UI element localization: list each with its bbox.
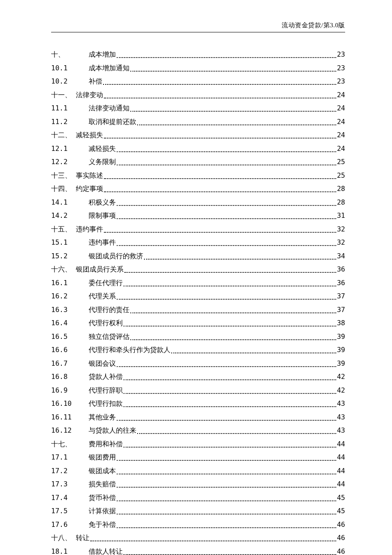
toc-number: 12.1 — [51, 144, 89, 154]
toc-title: 银团成员行的救济 — [89, 251, 143, 261]
toc-title-wrap: 其他业务43 — [89, 412, 345, 422]
toc-title-wrap: 独立信贷评估39 — [89, 332, 345, 342]
toc-leader-dots — [130, 103, 336, 112]
toc-row: 16.7银团会议39 — [51, 358, 345, 369]
toc-title-wrap: 减轻损失24 — [89, 144, 345, 154]
toc-title: 银团费用 — [89, 452, 116, 462]
toc-number: 16.11 — [51, 412, 89, 422]
toc-number: 15.1 — [51, 237, 89, 248]
toc-page-number: 38 — [337, 318, 345, 328]
toc-row: 十七、费用和补偿44 — [51, 439, 345, 449]
toc-leader-dots — [117, 197, 336, 206]
toc-title: 代理行辞职 — [89, 385, 123, 396]
toc-title: 银团成员行关系 — [76, 264, 124, 275]
toc-title-wrap: 银团费用44 — [89, 452, 345, 462]
toc-leader-dots — [124, 264, 336, 273]
toc-number: 17.3 — [51, 479, 89, 489]
toc-page-number: 46 — [337, 533, 345, 543]
toc-number: 16.10 — [51, 399, 89, 409]
toc-leader-dots — [117, 211, 336, 219]
toc-leader-dots — [104, 224, 336, 233]
toc-page-number: 37 — [337, 305, 345, 315]
toc-number: 16.9 — [51, 385, 89, 396]
toc-title-wrap: 约定事项28 — [76, 184, 345, 194]
toc-title-wrap: 银团成员行关系36 — [76, 264, 345, 275]
toc-number: 16.8 — [51, 372, 89, 382]
toc-leader-dots — [104, 90, 336, 98]
toc-page-number: 23 — [337, 63, 345, 73]
toc-title: 独立信贷评估 — [89, 332, 130, 342]
toc-leader-dots — [117, 520, 336, 528]
toc-row: 十八、转让46 — [51, 533, 345, 543]
toc-number: 十四、 — [51, 184, 76, 194]
toc-leader-dots — [137, 425, 336, 434]
toc-leader-dots — [144, 251, 336, 260]
toc-row: 18.1借款人转让46 — [51, 546, 345, 555]
toc-number: 十八、 — [51, 533, 76, 543]
document-page: 流动资金贷款/第3.0版 十、成本增加2310.1成本增加通知2310.2补偿2… — [0, 0, 392, 555]
toc-number: 17.4 — [51, 493, 89, 503]
toc-row: 十五、违约事件32 — [51, 224, 345, 234]
toc-leader-dots — [117, 452, 336, 461]
toc-title: 转让 — [76, 533, 89, 543]
table-of-contents: 十、成本增加2310.1成本增加通知2310.2补偿23十一、法律变动2411.… — [51, 49, 345, 555]
toc-row: 十六、银团成员行关系36 — [51, 264, 345, 275]
toc-leader-dots — [117, 493, 336, 501]
toc-page-number: 24 — [337, 130, 345, 140]
toc-leader-dots — [124, 385, 336, 394]
toc-title-wrap: 代理关系37 — [89, 291, 345, 301]
toc-title-wrap: 转让46 — [76, 533, 345, 543]
toc-title-wrap: 义务限制25 — [89, 157, 345, 167]
toc-title: 积极义务 — [89, 197, 116, 208]
toc-page-number: 46 — [337, 520, 345, 530]
toc-title-wrap: 代理行辞职42 — [89, 385, 345, 396]
toc-number: 11.1 — [51, 103, 89, 113]
toc-title: 成本增加 — [89, 49, 116, 60]
toc-leader-dots — [117, 237, 336, 246]
toc-number: 16.7 — [51, 358, 89, 369]
toc-row: 14.1积极义务28 — [51, 197, 345, 208]
toc-row: 17.5计算依据45 — [51, 506, 345, 516]
toc-leader-dots — [90, 533, 336, 541]
toc-number: 十一、 — [51, 90, 76, 100]
toc-row: 16.3代理行的责任37 — [51, 305, 345, 315]
toc-number: 17.1 — [51, 452, 89, 462]
toc-row: 15.1违约事件32 — [51, 237, 345, 248]
toc-row: 十二、减轻损失24 — [51, 130, 345, 140]
toc-row: 十、成本增加23 — [51, 49, 345, 60]
toc-number: 17.2 — [51, 466, 89, 476]
toc-title: 取消和提前还款 — [89, 117, 136, 127]
toc-number: 十、 — [51, 49, 89, 60]
toc-number: 18.1 — [51, 546, 89, 555]
toc-row: 16.6代理行和牵头行作为贷款人39 — [51, 345, 345, 355]
toc-title: 免于补偿 — [89, 520, 116, 530]
toc-page-number: 34 — [337, 251, 345, 261]
toc-title: 违约事件 — [76, 224, 103, 234]
toc-row: 16.2代理关系37 — [51, 291, 345, 301]
toc-title-wrap: 代理行和牵头行作为贷款人39 — [89, 345, 345, 355]
toc-title: 货币补偿 — [89, 493, 116, 503]
toc-row: 16.12与贷款人的往来43 — [51, 425, 345, 436]
toc-title-wrap: 免于补偿46 — [89, 520, 345, 530]
toc-title: 借款人转让 — [89, 546, 123, 555]
toc-title: 贷款人补偿 — [89, 372, 123, 382]
toc-title: 费用和补偿 — [89, 439, 123, 449]
toc-page-number: 45 — [337, 506, 345, 516]
toc-title-wrap: 法律变动24 — [76, 90, 345, 100]
toc-title: 补偿 — [89, 76, 102, 87]
toc-leader-dots — [137, 117, 336, 125]
toc-number: 10.1 — [51, 63, 89, 73]
toc-page-number: 43 — [337, 399, 345, 409]
toc-leader-dots — [117, 479, 336, 488]
toc-leader-dots — [124, 372, 336, 380]
toc-title: 损失赔偿 — [89, 479, 116, 489]
toc-title-wrap: 成本增加通知23 — [89, 63, 345, 73]
toc-page-number: 43 — [337, 412, 345, 422]
toc-page-number: 25 — [337, 157, 345, 167]
toc-page-number: 24 — [337, 90, 345, 100]
toc-page-number: 46 — [337, 546, 345, 555]
toc-title: 计算依据 — [89, 506, 116, 516]
toc-title-wrap: 损失赔偿44 — [89, 479, 345, 489]
toc-number: 16.12 — [51, 425, 89, 436]
toc-row: 16.1委任代理行36 — [51, 278, 345, 288]
